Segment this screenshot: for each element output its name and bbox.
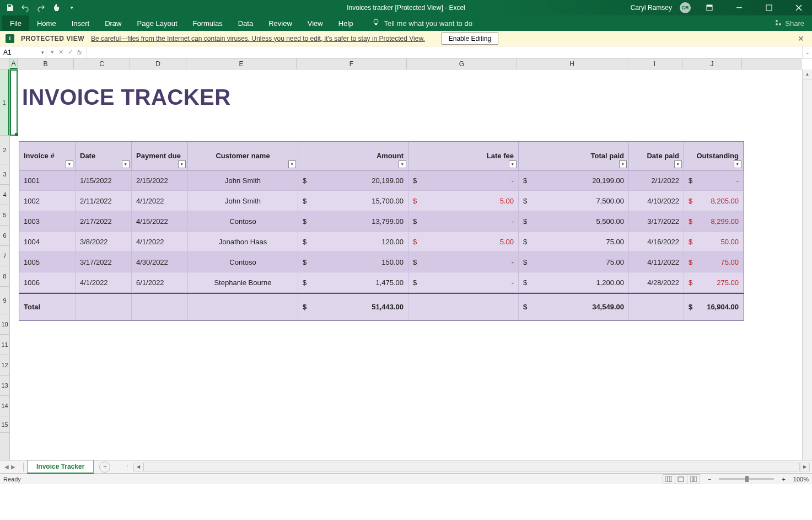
col-header-D[interactable]: D [130,58,186,69]
cell-total-paid[interactable]: $1,200.00 [519,272,629,293]
undo-icon[interactable] [21,3,30,12]
filter-button[interactable]: ▾ [66,160,73,168]
minimize-button[interactable] [728,0,750,15]
insert-function-icon[interactable]: fx [77,49,82,56]
zoom-slider-thumb[interactable] [745,476,749,482]
sheet-nav-next-icon[interactable]: ▶ [11,464,15,470]
name-box-dropdown-icon[interactable]: ▾ [41,50,44,55]
cell-customer[interactable]: Contoso [188,211,298,232]
cell-amount[interactable]: $120.00 [298,232,408,252]
cell-date-paid[interactable]: 4/10/2022 [629,191,684,211]
cell-date[interactable]: 2/17/2022 [76,211,132,232]
cell-date-paid[interactable]: 4/11/2022 [629,252,684,272]
col-header-H[interactable]: H [517,58,627,69]
zoom-level[interactable]: 100% [793,476,809,483]
cell-amount[interactable]: $13,799.00 [298,211,408,232]
cell-late-fee[interactable]: $- [408,170,519,191]
row-header-14[interactable]: 14 [0,396,9,416]
row-header-9[interactable]: 9 [0,287,9,314]
row-header-12[interactable]: 12 [0,355,9,376]
col-header-J[interactable]: J [682,58,742,69]
cell-customer[interactable]: John Smith [188,191,298,211]
cell-payment-due[interactable]: 2/15/2022 [132,170,188,191]
enter-formula-icon[interactable]: ✓ [68,49,73,56]
cell-outstanding[interactable]: $8,205.00 [684,191,744,211]
tell-me-search[interactable]: Tell me what you want to do [372,15,472,31]
row-header-3[interactable]: 3 [0,164,9,185]
cell-date-paid[interactable]: 4/28/2022 [629,272,684,293]
vertical-scrollbar[interactable]: ▲ [802,69,812,460]
protected-view-close-icon[interactable]: ✕ [795,34,806,43]
cell-invoice[interactable]: 1002 [19,191,76,211]
ribbon-tab-formulas[interactable]: Formulas [185,15,230,31]
select-all-corner[interactable] [0,58,10,69]
col-header-C[interactable]: C [74,58,130,69]
cell-invoice[interactable]: 1003 [19,211,76,232]
cell-total-paid[interactable]: $5,500.00 [519,211,629,232]
page-break-view-icon[interactable] [687,475,700,484]
cell-date[interactable]: 3/17/2022 [76,252,132,272]
cell-date[interactable]: 3/8/2022 [76,232,132,252]
normal-view-icon[interactable] [663,475,675,484]
cell-late-fee[interactable]: $5.00 [408,232,519,252]
row-header-2[interactable]: 2 [0,136,9,164]
cell-outstanding[interactable]: $75.00 [684,252,744,272]
cell-amount[interactable]: $1,475.00 [298,272,408,293]
zoom-in-button[interactable]: + [779,476,787,483]
cell-outstanding[interactable]: $275.00 [684,272,744,293]
redo-icon[interactable] [36,3,45,12]
filter-button[interactable]: ▾ [178,160,186,168]
cell-outstanding[interactable]: $50.00 [684,232,744,252]
ribbon-tab-review[interactable]: Review [261,15,300,31]
cell-late-fee[interactable]: $- [408,272,519,293]
cell-invoice[interactable]: 1006 [19,272,76,293]
page-layout-view-icon[interactable] [675,475,687,484]
cell-payment-due[interactable]: 4/1/2022 [132,191,188,211]
protected-view-message[interactable]: Be careful—files from the Internet can c… [91,35,425,42]
hscroll-track[interactable] [143,463,800,471]
col-header-F[interactable]: F [297,58,407,69]
cell-payment-due[interactable]: 4/15/2022 [132,211,188,232]
cell-total-paid[interactable]: $75.00 [519,232,629,252]
row-header-4[interactable]: 4 [0,185,9,205]
close-button[interactable] [788,0,810,15]
cell-invoice[interactable]: 1001 [19,170,76,191]
ribbon-tab-page-layout[interactable]: Page Layout [130,15,185,31]
row-header-8[interactable]: 8 [0,266,9,287]
scroll-right-icon[interactable]: ▶ [800,463,810,471]
filter-button[interactable]: ▾ [122,160,130,168]
ribbon-tab-view[interactable]: View [300,15,331,31]
scroll-left-icon[interactable]: ◀ [133,463,143,471]
cell-customer[interactable]: Stephanie Bourne [188,272,298,293]
zoom-out-button[interactable]: − [706,476,713,483]
filter-button[interactable]: ▾ [399,160,406,168]
cancel-formula-icon[interactable]: ✕ [58,49,63,56]
row-header-15[interactable]: 15 [0,416,9,433]
cell-amount[interactable]: $15,700.00 [298,191,408,211]
col-header-E[interactable]: E [186,58,297,69]
tab-scroll-handle-icon[interactable]: ⋮ [121,464,133,470]
cell-invoice[interactable]: 1004 [19,232,76,252]
cell-total-paid[interactable]: $75.00 [519,252,629,272]
cell-customer[interactable]: Jonathon Haas [188,232,298,252]
cell-date[interactable]: 2/11/2022 [76,191,132,211]
formula-bar-expand-icon[interactable]: ⌄ [802,46,812,58]
cell-payment-due[interactable]: 4/1/2022 [132,232,188,252]
scroll-up-icon[interactable]: ▲ [803,69,812,79]
ribbon-tab-draw[interactable]: Draw [97,15,129,31]
cell-late-fee[interactable]: $- [408,211,519,232]
ribbon-tab-insert[interactable]: Insert [64,15,98,31]
user-avatar[interactable]: CR [680,2,691,13]
filter-button[interactable]: ▾ [509,160,517,168]
cell-payment-due[interactable]: 4/30/2022 [132,252,188,272]
cell-customer[interactable]: Contoso [188,252,298,272]
enable-editing-button[interactable]: Enable Editing [442,33,498,45]
touch-mode-icon[interactable] [52,3,61,12]
fill-handle[interactable] [15,133,18,136]
row-header-5[interactable]: 5 [0,205,9,226]
row-header-7[interactable]: 7 [0,246,9,266]
cell-date[interactable]: 4/1/2022 [76,272,132,293]
col-header-A[interactable]: A [10,58,18,69]
maximize-button[interactable] [758,0,780,15]
cell-outstanding[interactable]: $8,299.00 [684,211,744,232]
